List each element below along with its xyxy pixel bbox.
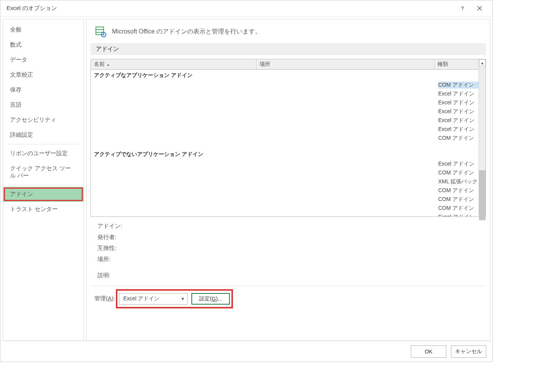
- help-button[interactable]: ?: [454, 0, 471, 17]
- table-row[interactable]: COM アドイン: [91, 134, 479, 142]
- table-header: 名前 ▲ 場所 種類: [91, 59, 479, 70]
- sidebar-item-qat[interactable]: クイック アクセス ツール バー: [3, 161, 84, 183]
- sidebar-item-accessibility[interactable]: アクセシビリティ: [3, 112, 84, 127]
- scroll-track[interactable]: [479, 66, 486, 209]
- table-row[interactable]: COM アドイン: [91, 186, 479, 195]
- table-row[interactable]: Excel アドイン: [91, 116, 479, 125]
- svg-rect-2: [96, 27, 104, 35]
- dialog-footer: OK キャンセル: [0, 341, 492, 362]
- addin-icon: [94, 25, 107, 38]
- manage-label: 管理(A):: [94, 295, 115, 302]
- close-icon: [477, 6, 482, 11]
- group-inactive: アクティブでないアプリケーション アドイン: [91, 149, 479, 159]
- detail-addin-label: アドイン:: [97, 221, 124, 232]
- excel-options-dialog: Excel のオプション ? 全般 数式 データ 文章校正 保存 言語 アクセシ…: [0, 0, 493, 362]
- sidebar-item-formulas[interactable]: 数式: [3, 37, 84, 52]
- cancel-button[interactable]: キャンセル: [451, 345, 486, 358]
- sidebar-item-trustcenter[interactable]: トラスト センター: [3, 202, 84, 217]
- table-row[interactable]: XML 拡張パック: [91, 177, 479, 186]
- col-name-label: 名前: [94, 61, 105, 68]
- table-scroll-region: 名前 ▲ 場所 種類 アクティブなアプリケーション アドイン COM アドイン …: [91, 59, 479, 216]
- table-row[interactable]: COM アドイン: [91, 204, 479, 213]
- col-name[interactable]: 名前 ▲: [91, 59, 256, 69]
- detail-location-label: 場所:: [97, 254, 124, 265]
- col-location[interactable]: 場所: [256, 59, 434, 69]
- sidebar-item-addins[interactable]: アドイン: [3, 187, 84, 202]
- svg-point-6: [103, 34, 104, 35]
- sidebar-item-ribbon[interactable]: リボンのユーザー設定: [3, 146, 84, 161]
- sort-asc-icon: ▲: [106, 62, 110, 67]
- dialog-title: Excel のオプション: [7, 5, 454, 12]
- dialog-body: 全般 数式 データ 文章校正 保存 言語 アクセシビリティ 詳細設定 リボンのユ…: [0, 17, 492, 341]
- sidebar-item-general[interactable]: 全般: [3, 22, 84, 37]
- vertical-scrollbar[interactable]: ▲ ▼: [479, 59, 486, 216]
- table-row[interactable]: COM アドイン: [91, 80, 479, 89]
- sidebar-item-language[interactable]: 言語: [3, 97, 84, 112]
- addins-table: 名前 ▲ 場所 種類 アクティブなアプリケーション アドイン COM アドイン …: [90, 59, 486, 217]
- group-active: アクティブなアプリケーション アドイン: [91, 70, 479, 80]
- table-row[interactable]: Excel アドイン: [91, 213, 479, 216]
- detail-description-label: 説明:: [97, 270, 124, 281]
- scroll-thumb[interactable]: [479, 170, 486, 220]
- manage-row: 管理(A): Excel アドイン ▼ 設定(G)...: [87, 289, 490, 311]
- sidebar-item-advanced[interactable]: 詳細設定: [3, 127, 84, 142]
- titlebar: Excel のオプション ?: [0, 0, 492, 17]
- table-row[interactable]: Excel アドイン: [91, 107, 479, 116]
- col-type[interactable]: 種類: [434, 59, 479, 69]
- table-row[interactable]: Excel アドイン: [91, 125, 479, 134]
- sidebar-separator: [8, 144, 79, 144]
- chevron-down-icon: ▼: [181, 297, 185, 301]
- detail-publisher-label: 発行者:: [97, 232, 124, 243]
- table-row[interactable]: COM アドイン: [91, 195, 479, 204]
- go-button[interactable]: 設定(G)...: [191, 293, 230, 305]
- detail-compat-label: 互換性:: [97, 243, 124, 254]
- manage-dropdown[interactable]: Excel アドイン ▼: [119, 293, 188, 305]
- table-row[interactable]: Excel アドイン: [91, 89, 479, 98]
- sidebar-item-save[interactable]: 保存: [3, 82, 84, 97]
- manage-controls-highlighted: Excel アドイン ▼ 設定(G)...: [119, 293, 230, 305]
- close-button[interactable]: [471, 0, 488, 17]
- addin-details: アドイン: 発行者: 互換性: 場所: 説明:: [87, 217, 490, 283]
- sidebar-item-proofing[interactable]: 文章校正: [3, 67, 84, 82]
- panel-title: Microsoft Office のアドインの表示と管理を行います。: [112, 28, 261, 36]
- panel-header: Microsoft Office のアドインの表示と管理を行います。: [87, 19, 490, 41]
- addins-panel: Microsoft Office のアドインの表示と管理を行います。 アドイン …: [86, 19, 490, 341]
- ok-button[interactable]: OK: [411, 345, 446, 358]
- table-body[interactable]: アクティブなアプリケーション アドイン COM アドイン Excel アドイン …: [91, 70, 479, 216]
- table-row[interactable]: Excel アドイン: [91, 159, 479, 168]
- manage-dropdown-value: Excel アドイン: [123, 295, 159, 302]
- divider: [91, 286, 485, 286]
- table-row[interactable]: COM アドイン: [91, 168, 479, 177]
- table-row[interactable]: Excel アドイン: [91, 98, 479, 107]
- sidebar-separator: [8, 185, 79, 185]
- section-title: アドイン: [90, 43, 486, 55]
- sidebar-item-data[interactable]: データ: [3, 52, 84, 67]
- scroll-up-icon[interactable]: ▲: [479, 59, 486, 66]
- category-sidebar: 全般 数式 データ 文章校正 保存 言語 アクセシビリティ 詳細設定 リボンのユ…: [3, 19, 84, 341]
